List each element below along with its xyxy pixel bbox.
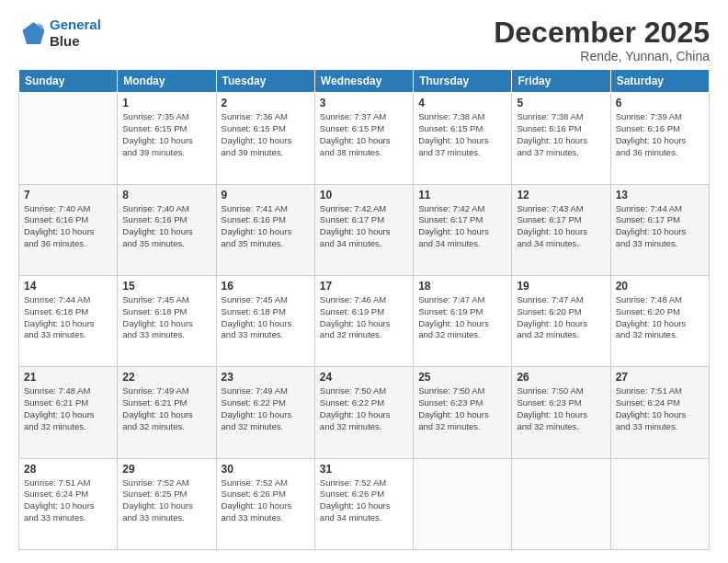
calendar-header: SundayMondayTuesdayWednesdayThursdayFrid… xyxy=(19,70,710,93)
day-info: Sunrise: 7:40 AM Sunset: 6:16 PM Dayligh… xyxy=(122,203,210,250)
weekday-header-tuesday: Tuesday xyxy=(216,70,314,93)
day-number: 10 xyxy=(320,189,408,201)
day-info: Sunrise: 7:40 AM Sunset: 6:16 PM Dayligh… xyxy=(24,203,112,250)
day-info: Sunrise: 7:41 AM Sunset: 6:16 PM Dayligh… xyxy=(222,203,310,250)
day-number: 2 xyxy=(222,97,310,109)
day-info: Sunrise: 7:52 AM Sunset: 6:26 PM Dayligh… xyxy=(320,477,408,524)
calendar-cell xyxy=(610,458,709,549)
day-number: 26 xyxy=(517,371,605,384)
calendar-cell: 19Sunrise: 7:47 AM Sunset: 6:20 PM Dayli… xyxy=(512,275,610,366)
day-info: Sunrise: 7:46 AM Sunset: 6:19 PM Dayligh… xyxy=(320,294,408,341)
calendar-table: SundayMondayTuesdayWednesdayThursdayFrid… xyxy=(18,69,710,550)
day-info: Sunrise: 7:45 AM Sunset: 6:18 PM Dayligh… xyxy=(122,294,210,341)
logo: General Blue xyxy=(18,17,101,50)
weekday-header-thursday: Thursday xyxy=(414,70,512,93)
day-number: 8 xyxy=(122,189,210,201)
calendar-cell: 25Sunrise: 7:50 AM Sunset: 6:23 PM Dayli… xyxy=(414,367,512,458)
weekday-header-wednesday: Wednesday xyxy=(314,70,413,93)
calendar-week-4: 21Sunrise: 7:48 AM Sunset: 6:21 PM Dayli… xyxy=(19,367,710,458)
day-number: 4 xyxy=(418,97,506,109)
day-number: 17 xyxy=(320,280,408,293)
calendar-cell: 15Sunrise: 7:45 AM Sunset: 6:18 PM Dayli… xyxy=(118,275,216,366)
day-number: 14 xyxy=(24,280,112,293)
day-number: 13 xyxy=(616,189,704,201)
calendar-cell xyxy=(414,458,512,549)
day-info: Sunrise: 7:51 AM Sunset: 6:24 PM Dayligh… xyxy=(616,385,704,432)
calendar-cell: 10Sunrise: 7:42 AM Sunset: 6:17 PM Dayli… xyxy=(314,184,413,275)
day-info: Sunrise: 7:37 AM Sunset: 6:15 PM Dayligh… xyxy=(320,111,408,158)
calendar-week-2: 7Sunrise: 7:40 AM Sunset: 6:16 PM Daylig… xyxy=(19,184,710,275)
day-number: 15 xyxy=(122,280,210,293)
day-info: Sunrise: 7:48 AM Sunset: 6:21 PM Dayligh… xyxy=(24,385,112,432)
weekday-header-sunday: Sunday xyxy=(19,70,118,93)
day-info: Sunrise: 7:44 AM Sunset: 6:18 PM Dayligh… xyxy=(24,294,112,341)
day-info: Sunrise: 7:43 AM Sunset: 6:17 PM Dayligh… xyxy=(517,203,605,250)
calendar-cell: 12Sunrise: 7:43 AM Sunset: 6:17 PM Dayli… xyxy=(512,184,610,275)
calendar-cell: 18Sunrise: 7:47 AM Sunset: 6:19 PM Dayli… xyxy=(414,275,512,366)
calendar-cell: 7Sunrise: 7:40 AM Sunset: 6:16 PM Daylig… xyxy=(19,184,118,275)
day-number: 6 xyxy=(616,97,704,109)
weekday-row: SundayMondayTuesdayWednesdayThursdayFrid… xyxy=(19,70,710,93)
day-info: Sunrise: 7:51 AM Sunset: 6:24 PM Dayligh… xyxy=(24,477,112,524)
day-number: 11 xyxy=(418,189,506,201)
day-info: Sunrise: 7:38 AM Sunset: 6:16 PM Dayligh… xyxy=(517,111,605,158)
calendar-cell: 26Sunrise: 7:50 AM Sunset: 6:23 PM Dayli… xyxy=(512,367,610,458)
day-number: 7 xyxy=(24,189,112,201)
day-info: Sunrise: 7:50 AM Sunset: 6:23 PM Dayligh… xyxy=(517,385,605,432)
calendar-cell: 8Sunrise: 7:40 AM Sunset: 6:16 PM Daylig… xyxy=(118,184,216,275)
day-info: Sunrise: 7:50 AM Sunset: 6:23 PM Dayligh… xyxy=(418,385,506,432)
title-block: December 2025 Rende, Yunnan, China xyxy=(494,17,710,63)
day-info: Sunrise: 7:45 AM Sunset: 6:18 PM Dayligh… xyxy=(222,294,310,341)
calendar-cell: 14Sunrise: 7:44 AM Sunset: 6:18 PM Dayli… xyxy=(19,275,118,366)
calendar-cell: 5Sunrise: 7:38 AM Sunset: 6:16 PM Daylig… xyxy=(512,93,610,184)
weekday-header-saturday: Saturday xyxy=(610,70,709,93)
day-number: 31 xyxy=(320,463,408,476)
day-number: 1 xyxy=(122,97,210,109)
day-info: Sunrise: 7:42 AM Sunset: 6:17 PM Dayligh… xyxy=(320,203,408,250)
day-number: 23 xyxy=(222,371,310,384)
calendar-cell: 9Sunrise: 7:41 AM Sunset: 6:16 PM Daylig… xyxy=(216,184,314,275)
header: General Blue December 2025 Rende, Yunnan… xyxy=(18,17,710,63)
day-number: 28 xyxy=(24,463,112,476)
weekday-header-friday: Friday xyxy=(512,70,610,93)
day-info: Sunrise: 7:49 AM Sunset: 6:21 PM Dayligh… xyxy=(122,385,210,432)
day-number: 19 xyxy=(517,280,605,293)
day-info: Sunrise: 7:47 AM Sunset: 6:19 PM Dayligh… xyxy=(418,294,506,341)
day-number: 25 xyxy=(418,371,506,384)
day-info: Sunrise: 7:42 AM Sunset: 6:17 PM Dayligh… xyxy=(418,203,506,250)
calendar-cell: 24Sunrise: 7:50 AM Sunset: 6:22 PM Dayli… xyxy=(314,367,413,458)
day-number: 18 xyxy=(418,280,506,293)
calendar-page: General Blue December 2025 Rende, Yunnan… xyxy=(0,0,728,563)
day-info: Sunrise: 7:39 AM Sunset: 6:16 PM Dayligh… xyxy=(616,111,704,158)
calendar-cell: 13Sunrise: 7:44 AM Sunset: 6:17 PM Dayli… xyxy=(610,184,709,275)
calendar-cell: 1Sunrise: 7:35 AM Sunset: 6:15 PM Daylig… xyxy=(118,93,216,184)
calendar-cell: 11Sunrise: 7:42 AM Sunset: 6:17 PM Dayli… xyxy=(414,184,512,275)
day-number: 27 xyxy=(616,371,704,384)
day-number: 5 xyxy=(517,97,605,109)
calendar-cell: 16Sunrise: 7:45 AM Sunset: 6:18 PM Dayli… xyxy=(216,275,314,366)
day-number: 22 xyxy=(122,371,210,384)
day-number: 20 xyxy=(616,280,704,293)
day-number: 9 xyxy=(222,189,310,201)
day-number: 24 xyxy=(320,371,408,384)
calendar-cell: 2Sunrise: 7:36 AM Sunset: 6:15 PM Daylig… xyxy=(216,93,314,184)
calendar-cell xyxy=(512,458,610,549)
page-title: December 2025 xyxy=(494,17,710,49)
day-info: Sunrise: 7:49 AM Sunset: 6:22 PM Dayligh… xyxy=(222,385,310,432)
calendar-week-5: 28Sunrise: 7:51 AM Sunset: 6:24 PM Dayli… xyxy=(19,458,710,549)
calendar-cell: 3Sunrise: 7:37 AM Sunset: 6:15 PM Daylig… xyxy=(314,93,413,184)
calendar-cell: 6Sunrise: 7:39 AM Sunset: 6:16 PM Daylig… xyxy=(610,93,709,184)
calendar-cell: 31Sunrise: 7:52 AM Sunset: 6:26 PM Dayli… xyxy=(314,458,413,549)
day-number: 21 xyxy=(24,371,112,384)
logo-icon xyxy=(18,19,46,47)
day-info: Sunrise: 7:47 AM Sunset: 6:20 PM Dayligh… xyxy=(517,294,605,341)
logo-text: General Blue xyxy=(50,17,101,50)
calendar-week-3: 14Sunrise: 7:44 AM Sunset: 6:18 PM Dayli… xyxy=(19,275,710,366)
day-info: Sunrise: 7:35 AM Sunset: 6:15 PM Dayligh… xyxy=(122,111,210,158)
calendar-cell: 4Sunrise: 7:38 AM Sunset: 6:15 PM Daylig… xyxy=(414,93,512,184)
day-number: 29 xyxy=(122,463,210,476)
calendar-cell: 22Sunrise: 7:49 AM Sunset: 6:21 PM Dayli… xyxy=(118,367,216,458)
day-info: Sunrise: 7:50 AM Sunset: 6:22 PM Dayligh… xyxy=(320,385,408,432)
calendar-cell: 27Sunrise: 7:51 AM Sunset: 6:24 PM Dayli… xyxy=(610,367,709,458)
calendar-cell: 20Sunrise: 7:48 AM Sunset: 6:20 PM Dayli… xyxy=(610,275,709,366)
